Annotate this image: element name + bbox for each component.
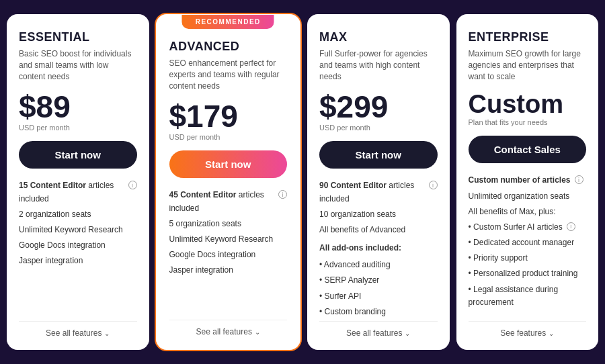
feature-item: • Dedicated account manager <box>469 236 587 249</box>
plan-card-advanced: RECOMMENDEDADVANCEDSEO enhancement perfe… <box>156 14 301 350</box>
feature-text: All benefits of Advanced <box>319 224 405 236</box>
price-period-max: USD per month <box>319 124 438 132</box>
cta-button-max[interactable]: Start now <box>319 141 438 169</box>
cta-button-essential[interactable]: Start now <box>19 141 137 169</box>
feature-text: Google Docs integration <box>19 239 106 252</box>
plan-desc-advanced: SEO enhancement perfect for experts and … <box>169 58 288 91</box>
feature-text: • Personalized product training <box>469 267 578 280</box>
plan-card-essential: ESSENTIALBasic SEO boost for individuals… <box>7 14 149 350</box>
chevron-down-icon: ⌄ <box>405 330 410 337</box>
feature-text: 15 Content Editor articles included <box>19 179 124 205</box>
see-features-label: See all features <box>196 327 252 336</box>
info-icon: i <box>278 190 287 199</box>
feature-text: • Custom Surfer AI articles <box>469 221 563 234</box>
feature-item: 15 Content Editor articles includedi <box>19 179 137 205</box>
chevron-down-icon: ⌄ <box>549 330 554 337</box>
feature-text: Google Docs integration <box>169 248 256 261</box>
feature-text: 90 Content Editor articles included <box>319 179 425 205</box>
features-list-max: 90 Content Editor articles includedi10 o… <box>319 179 438 321</box>
info-icon: i <box>128 181 137 189</box>
price-period-advanced: USD per month <box>169 133 288 141</box>
plan-price-advanced: $179 <box>169 101 288 132</box>
plan-price-max: $299 <box>319 91 438 122</box>
feature-item: • Advanced auditing <box>319 259 438 271</box>
feature-text: 45 Content Editor articles included <box>169 189 275 214</box>
chevron-down-icon: ⌄ <box>104 330 110 337</box>
feature-item: Jasper integration <box>19 255 137 267</box>
features-list-enterprise: Custom number of articlesiUnlimited orga… <box>469 174 587 321</box>
feature-item: All benefits of Max, plus: <box>469 206 587 218</box>
see-features-row-enterprise[interactable]: See features ⌄ <box>469 321 587 338</box>
feature-item: • Legal assistance during procurement <box>469 283 587 309</box>
feature-item: 2 organization seats <box>19 208 137 221</box>
cta-button-enterprise[interactable]: Contact Sales <box>469 136 587 163</box>
feature-text: • Legal assistance during procurement <box>469 283 587 309</box>
plan-name-max: MAX <box>319 30 438 44</box>
feature-item: Unlimited Keyword Research <box>169 233 288 246</box>
feature-text: • Custom branding <box>319 306 386 318</box>
plan-card-enterprise: ENTERPRISEMaximum SEO growth for large a… <box>456 14 599 350</box>
features-list-essential: 15 Content Editor articles includedi2 or… <box>19 179 137 321</box>
feature-item: • SERP Analyzer <box>319 274 438 287</box>
plan-desc-enterprise: Maximum SEO growth for large agencies an… <box>469 48 587 82</box>
feature-item: All add-ons included: <box>319 239 438 256</box>
feature-item: Google Docs integration <box>19 239 137 252</box>
feature-text: Custom number of articles <box>469 174 571 187</box>
see-features-row-advanced[interactable]: See all features ⌄ <box>169 320 288 336</box>
feature-text: • Dedicated account manager <box>469 236 575 249</box>
pricing-container: ESSENTIALBasic SEO boost for individuals… <box>7 14 598 350</box>
feature-text: All benefits of Max, plus: <box>469 206 556 218</box>
plan-desc-max: Full Surfer-power for agencies and teams… <box>319 48 438 82</box>
feature-item: Google Docs integration <box>169 248 288 261</box>
plan-name-essential: ESSENTIAL <box>19 30 137 44</box>
feature-text: Jasper integration <box>169 264 233 277</box>
plan-price-enterprise: Custom <box>469 91 587 117</box>
info-icon: i <box>575 175 583 184</box>
feature-text: Unlimited Keyword Research <box>169 233 274 246</box>
feature-section-title: All add-ons included: <box>319 242 401 255</box>
feature-item: • Custom branding <box>319 306 438 318</box>
feature-text: 2 organization seats <box>19 208 91 221</box>
info-icon: i <box>429 181 438 189</box>
price-period-essential: USD per month <box>19 124 137 132</box>
see-features-row-max[interactable]: See all features ⌄ <box>319 321 438 338</box>
feature-item: 10 organization seats <box>319 208 438 221</box>
feature-item: 90 Content Editor articles includedi <box>319 179 438 205</box>
feature-item: Unlimited organization seats <box>469 190 587 203</box>
plan-name-enterprise: ENTERPRISE <box>469 30 587 44</box>
feature-item: • Surfer API <box>319 290 438 303</box>
see-features-row-essential[interactable]: See all features ⌄ <box>19 321 137 338</box>
feature-text: 5 organization seats <box>169 218 241 230</box>
price-period-enterprise: Plan that fits your needs <box>469 118 587 126</box>
feature-item: 5 organization seats <box>169 218 288 230</box>
feature-text: 10 organization seats <box>319 208 396 221</box>
feature-item: Jasper integration <box>169 264 288 277</box>
feature-text: • Surfer API <box>319 290 361 303</box>
feature-text: Jasper integration <box>19 255 83 267</box>
feature-text: • SERP Analyzer <box>319 274 379 287</box>
plan-name-advanced: ADVANCED <box>169 40 288 54</box>
feature-item: • Priority support <box>469 252 587 265</box>
recommended-badge: RECOMMENDED <box>182 15 274 29</box>
see-features-label: See all features <box>346 328 402 338</box>
feature-item: 45 Content Editor articles includedi <box>169 189 288 214</box>
feature-text: Unlimited Keyword Research <box>19 224 123 236</box>
feature-item: • Personalized product training <box>469 267 587 280</box>
feature-item: All benefits of Advanced <box>319 224 438 236</box>
feature-text: Unlimited organization seats <box>469 190 570 203</box>
see-features-label: See all features <box>46 328 102 338</box>
cta-button-advanced[interactable]: Start now <box>169 150 288 178</box>
feature-item: Unlimited Keyword Research <box>19 224 137 236</box>
feature-text: • Advanced auditing <box>319 259 391 271</box>
plan-price-essential: $89 <box>19 91 137 122</box>
see-features-label: See features <box>500 328 546 338</box>
info-icon: i <box>567 222 575 231</box>
plan-desc-essential: Basic SEO boost for individuals and smal… <box>19 48 137 82</box>
features-list-advanced: 45 Content Editor articles includedi5 or… <box>169 189 288 320</box>
feature-item: Custom number of articlesi <box>469 174 587 187</box>
plan-card-max: MAXFull Surfer-power for agencies and te… <box>307 14 450 350</box>
chevron-down-icon: ⌄ <box>255 328 260 336</box>
feature-item: • Custom Surfer AI articlesi <box>469 221 587 234</box>
feature-text: • Priority support <box>469 252 528 265</box>
